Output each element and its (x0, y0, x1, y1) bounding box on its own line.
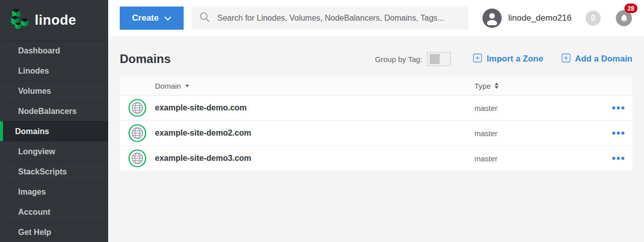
domain-name[interactable]: example-site-demo3.com (155, 154, 474, 163)
row-actions (600, 104, 632, 111)
plus-square-icon (561, 53, 571, 65)
events-count-badge[interactable]: 0 (586, 11, 601, 26)
domain-header-label: Domain (155, 82, 181, 90)
global-search (192, 7, 468, 30)
linode-logo[interactable]: linode (0, 0, 108, 40)
events-count: 0 (591, 14, 596, 23)
sidebar-item-longview[interactable]: Longview (0, 141, 108, 161)
header-controls: Group by Tag: Import a Zone (375, 52, 632, 66)
brand-name: linode (35, 13, 76, 28)
import-zone-link[interactable]: Import a Zone (473, 53, 543, 65)
sidebar-item-linodes[interactable]: Linodes (0, 60, 108, 81)
import-zone-label: Import a Zone (487, 54, 543, 64)
sidebar-item-account[interactable]: Account (0, 202, 108, 222)
table-header-row: Domain Type (120, 77, 632, 96)
content-header: Domains Group by Tag: Import a Zone (120, 50, 632, 68)
group-by-tag-toggle[interactable] (427, 52, 451, 66)
search-icon (199, 12, 210, 25)
type-header-label: Type (474, 82, 491, 90)
sidebar-item-domains[interactable]: Domains (0, 121, 108, 141)
domain-type: master (474, 104, 600, 112)
domain-name[interactable]: example-site-demo2.com (155, 129, 474, 138)
topbar-right: linode_demo216 0 28 (482, 9, 632, 28)
domain-name[interactable]: example-site-demo.com (155, 103, 474, 112)
notifications-count: 28 (627, 5, 634, 12)
add-domain-label: Add a Domain (575, 54, 632, 64)
notifications-button[interactable]: 28 (616, 10, 632, 26)
sidebar-item-nodebalancers[interactable]: NodeBalancers (0, 101, 108, 121)
add-domain-link[interactable]: Add a Domain (561, 53, 632, 65)
avatar[interactable] (482, 9, 502, 28)
linode-cubes-icon (9, 8, 29, 33)
domain-globe-icon (120, 124, 155, 142)
notifications-count-badge: 28 (624, 4, 637, 13)
domain-globe-icon (120, 99, 155, 117)
domain-type: master (474, 129, 600, 138)
domain-globe-icon (120, 149, 155, 167)
main-area: Create (108, 0, 644, 242)
sidebar-nav: Dashboard Linodes Volumes NodeBalancers … (0, 40, 108, 242)
type-column-header[interactable]: Type (474, 82, 600, 90)
sidebar-item-volumes[interactable]: Volumes (0, 81, 108, 101)
sidebar-item-images[interactable]: Images (0, 182, 108, 202)
domain-column-header[interactable]: Domain (155, 82, 474, 90)
table-row[interactable]: example-site-demo.com master (120, 96, 632, 121)
plus-square-icon (473, 53, 482, 65)
page-title: Domains (120, 52, 171, 66)
sort-desc-icon (185, 85, 189, 87)
username[interactable]: linode_demo216 (508, 13, 572, 23)
group-by-tag-label: Group by Tag: (375, 55, 422, 64)
sort-both-icon (495, 83, 499, 89)
more-actions-button[interactable] (611, 104, 625, 111)
sidebar-item-stackscripts[interactable]: StackScripts (0, 161, 108, 182)
create-button-label: Create (132, 13, 159, 23)
search-input[interactable] (217, 14, 461, 23)
toggle-knob (430, 54, 440, 64)
row-actions (600, 155, 632, 162)
sidebar-item-dashboard[interactable]: Dashboard (0, 40, 108, 60)
sidebar-item-get-help[interactable]: Get Help (0, 222, 108, 242)
app-window: linode Dashboard Linodes Volumes NodeBal… (0, 0, 644, 242)
topbar: Create (108, 0, 644, 36)
more-actions-button[interactable] (611, 155, 625, 162)
content: Domains Group by Tag: Import a Zone (108, 36, 644, 242)
table-row[interactable]: example-site-demo2.com master (120, 121, 632, 146)
table-row[interactable]: example-site-demo3.com master (120, 146, 632, 171)
chevron-down-icon (165, 13, 171, 23)
row-actions (600, 130, 632, 137)
create-button[interactable]: Create (120, 7, 184, 30)
domains-table: Domain Type (120, 77, 632, 171)
more-actions-button[interactable] (611, 130, 625, 137)
domain-type: master (474, 154, 600, 163)
sidebar: linode Dashboard Linodes Volumes NodeBal… (0, 0, 108, 242)
